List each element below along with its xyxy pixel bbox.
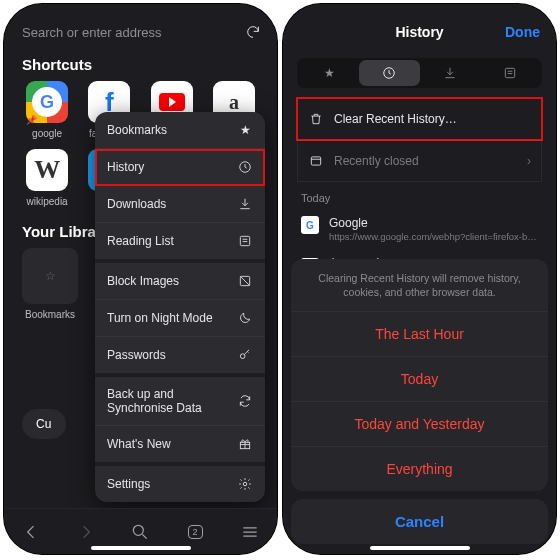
reading-list-icon <box>237 233 253 249</box>
shortcuts-heading: Shortcuts <box>4 54 277 81</box>
main-menu-popup: Bookmarks ★ History Downloads Reading Li… <box>95 112 265 502</box>
shortcut-google[interactable]: 📌 google <box>22 81 72 139</box>
address-bar[interactable]: Search or enter address <box>4 10 277 54</box>
home-indicator <box>91 546 191 550</box>
recently-closed-row[interactable]: Recently closed › <box>297 140 542 182</box>
back-button[interactable] <box>15 516 47 548</box>
segment-reading-list[interactable] <box>480 60 540 86</box>
menu-whats-new[interactable]: What's New <box>95 426 265 466</box>
favicon-google: G <box>301 216 319 234</box>
sync-icon <box>237 393 253 409</box>
star-outline-icon: ☆ <box>45 269 56 283</box>
menu-button[interactable] <box>234 516 266 548</box>
key-icon <box>237 347 253 363</box>
forward-button[interactable] <box>70 516 102 548</box>
screen-left: Search or enter address Shortcuts 📌 goog… <box>4 4 277 554</box>
history-navbar: History Done <box>283 10 556 54</box>
moon-icon <box>237 310 253 326</box>
history-filter-segment: ★ <box>297 58 542 88</box>
svg-point-5 <box>243 482 247 486</box>
svg-rect-1 <box>240 236 249 245</box>
tabs-button[interactable]: 2 <box>179 516 211 548</box>
segment-history[interactable] <box>359 60 419 86</box>
pin-icon: 📌 <box>26 115 37 125</box>
customize-button[interactable]: Cu <box>22 409 66 439</box>
segment-bookmarks[interactable]: ★ <box>299 60 359 86</box>
option-today-yesterday[interactable]: Today and Yesterday <box>291 401 548 446</box>
menu-downloads[interactable]: Downloads <box>95 186 265 223</box>
menu-passwords[interactable]: Passwords <box>95 337 265 377</box>
svg-rect-9 <box>311 157 320 165</box>
menu-bookmarks[interactable]: Bookmarks ★ <box>95 112 265 149</box>
address-placeholder: Search or enter address <box>22 25 237 40</box>
menu-sync[interactable]: Back up and Synchronise Data <box>95 377 265 426</box>
reload-icon[interactable] <box>245 24 261 40</box>
sheet-description: Clearing Recent History will remove hist… <box>291 259 548 311</box>
menu-history[interactable]: History <box>95 149 265 186</box>
download-icon <box>237 196 253 212</box>
svg-point-3 <box>240 354 245 359</box>
done-button[interactable]: Done <box>505 24 540 40</box>
window-icon <box>308 153 324 169</box>
clock-icon <box>237 159 253 175</box>
gift-icon <box>237 436 253 452</box>
svg-point-6 <box>134 525 144 535</box>
svg-rect-8 <box>505 68 514 77</box>
phone-left: Search or enter address Shortcuts 📌 goog… <box>4 4 277 554</box>
clear-history-sheet: Clearing Recent History will remove hist… <box>291 259 548 544</box>
history-url: https://www.google.com/webhp?client=fire… <box>329 231 538 242</box>
star-icon: ★ <box>324 66 335 80</box>
phone-right: History Done ★ Clear Recent History… Rec… <box>283 4 556 554</box>
shortcut-wikipedia[interactable]: W wikipedia <box>22 149 72 207</box>
option-last-hour[interactable]: The Last Hour <box>291 311 548 356</box>
clear-recent-history-row[interactable]: Clear Recent History… <box>297 98 542 140</box>
search-button[interactable] <box>124 516 156 548</box>
chevron-right-icon: › <box>527 154 531 168</box>
home-indicator <box>370 546 470 550</box>
option-everything[interactable]: Everything <box>291 446 548 491</box>
today-section-header: Today <box>283 182 556 208</box>
option-today[interactable]: Today <box>291 356 548 401</box>
trash-icon <box>308 111 324 127</box>
gear-icon <box>237 476 253 492</box>
no-image-icon <box>237 273 253 289</box>
library-bookmarks-card[interactable]: ☆ Bookmarks <box>22 248 78 320</box>
screen-right: History Done ★ Clear Recent History… Rec… <box>283 4 556 554</box>
menu-block-images[interactable]: Block Images <box>95 263 265 300</box>
menu-night-mode[interactable]: Turn on Night Mode <box>95 300 265 337</box>
history-item[interactable]: G Google https://www.google.com/webhp?cl… <box>297 208 542 250</box>
segment-downloads[interactable] <box>420 60 480 86</box>
star-icon: ★ <box>237 122 253 138</box>
history-title: Google <box>329 216 538 230</box>
menu-reading-list[interactable]: Reading List <box>95 223 265 263</box>
cancel-button[interactable]: Cancel <box>291 499 548 544</box>
menu-settings[interactable]: Settings <box>95 466 265 502</box>
wikipedia-icon: W <box>26 149 68 191</box>
sheet-card: Clearing Recent History will remove hist… <box>291 259 548 491</box>
navbar-title: History <box>395 24 443 40</box>
